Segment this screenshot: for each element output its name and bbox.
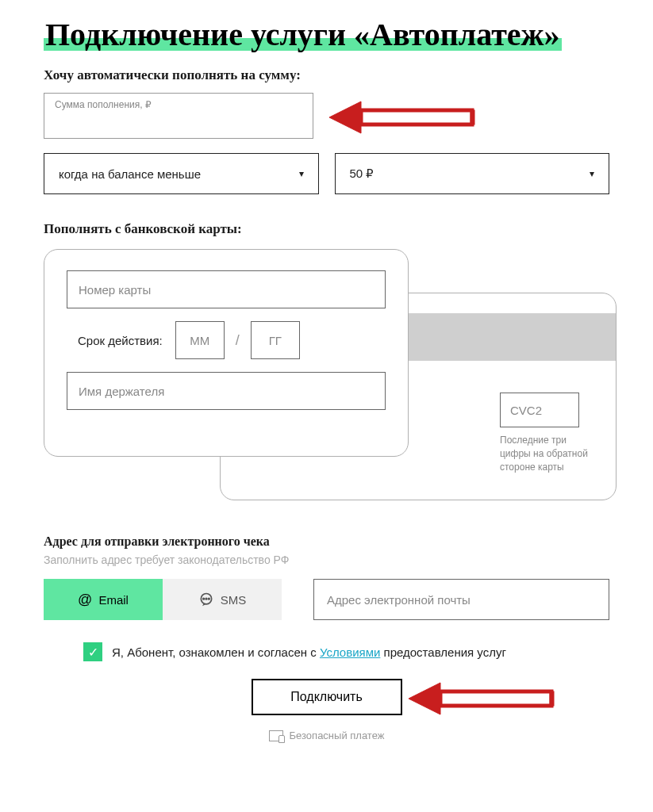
submit-button[interactable]: Подключить — [252, 679, 402, 715]
agree-checkbox[interactable]: ✓ — [83, 642, 102, 661]
annotation-arrow-icon — [409, 679, 575, 718]
svg-marker-0 — [329, 102, 361, 133]
card-section-label: Пополнять с банковской карты: — [44, 221, 609, 237]
tab-email-label: Email — [98, 593, 129, 607]
expiry-label: Срок действия: — [78, 334, 163, 347]
secure-payment-label: Безопасный платеж — [290, 730, 385, 741]
check-icon: ✓ — [88, 645, 98, 660]
chevron-down-icon: ▾ — [590, 168, 594, 179]
chat-icon — [198, 592, 214, 607]
threshold-dropdown-text: 50 ₽ — [350, 167, 375, 181]
cvc-input[interactable] — [500, 393, 579, 427]
receipt-title: Адрес для отправки электронного чека — [44, 534, 609, 549]
cvc-hint: Последние три цифры на обратной стороне … — [500, 434, 595, 473]
annotation-arrow-icon — [329, 98, 496, 137]
condition-dropdown-text: когда на балансе меньше — [59, 167, 201, 181]
page-title: Подключение услуги «Автоплатеж» — [44, 17, 562, 52]
svg-point-6 — [208, 598, 209, 599]
svg-rect-2 — [471, 110, 474, 124]
email-input[interactable] — [313, 579, 609, 620]
secure-payment-icon — [269, 730, 283, 741]
card-front: Срок действия: / — [44, 249, 409, 457]
expiry-month-input[interactable] — [175, 321, 225, 359]
at-icon: @ — [78, 592, 92, 608]
expiry-separator: / — [236, 332, 240, 349]
tab-sms[interactable]: SMS — [163, 579, 282, 620]
threshold-dropdown[interactable]: 50 ₽ ▾ — [335, 153, 610, 194]
svg-point-5 — [206, 598, 207, 599]
amount-section-label: Хочу автоматически пополнять на сумму: — [44, 67, 609, 83]
card-number-input[interactable] — [67, 270, 386, 308]
terms-link[interactable]: Условиями — [320, 645, 380, 659]
condition-dropdown[interactable]: когда на балансе меньше ▾ — [44, 153, 319, 194]
expiry-year-input[interactable] — [251, 321, 300, 359]
svg-marker-7 — [409, 683, 440, 714]
chevron-down-icon: ▾ — [299, 168, 304, 179]
svg-rect-1 — [361, 110, 472, 124]
svg-point-4 — [203, 598, 205, 599]
amount-input-label: Сумма пополнения, ₽ — [55, 99, 152, 110]
tab-sms-label: SMS — [221, 593, 247, 607]
receipt-subtitle: Заполнить адрес требует законодательство… — [44, 553, 609, 566]
svg-rect-8 — [440, 691, 551, 706]
agree-text: Я, Абонент, ознакомлен и согласен с Усло… — [112, 645, 506, 659]
tab-email[interactable]: @ Email — [44, 579, 163, 620]
card-holder-input[interactable] — [67, 372, 386, 410]
svg-rect-9 — [550, 691, 554, 706]
